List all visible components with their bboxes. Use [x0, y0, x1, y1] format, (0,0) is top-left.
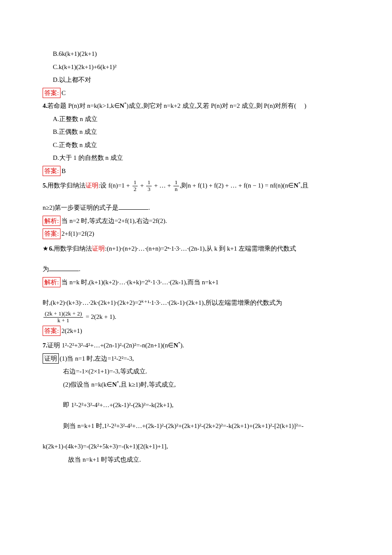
- q5-stem-line2: n≥2)第一步要证明的式子是.: [43, 202, 349, 214]
- q3-option-b: B.6k(k+1)(2k+1): [43, 48, 349, 60]
- q7-proof-2b: 即 1²-2²+3²-4²+…+(2k-1)²-(2k)²=-k(2k+1),: [43, 399, 349, 411]
- q4-option-a: A.正整数 n 成立: [43, 113, 349, 125]
- q4-answer-line: 答案:B: [43, 165, 349, 177]
- q5-stem: 5.用数学归纳法证明:设 f(n)=1 + 12 + 13 + … + 1n,则…: [43, 178, 349, 193]
- q7-proof-2e: 故当 n=k+1 时等式也成立.: [43, 454, 349, 466]
- q4-option-b: B.正偶数 n 成立: [43, 126, 349, 138]
- q6-stem-line2: 为.: [43, 263, 349, 275]
- answer-label-box: 答案:: [43, 326, 61, 336]
- blank-fill: [118, 203, 148, 210]
- q4-option-c: C.正奇数 n 成立: [43, 139, 349, 151]
- proof-label-box: 证明: [43, 353, 59, 364]
- explain-label-box: 解析:: [43, 216, 61, 226]
- q7-proof-2a: (2)假设当 n=k(k∈N*,且 k≥1)时,等式成立,: [43, 379, 349, 391]
- explain-label-box: 解析:: [43, 277, 61, 288]
- q7-proof-1b: 右边=-1×(2×1+1)=-3,等式成立.: [43, 365, 349, 378]
- q4-option-d: D.大于 1 的自然数 n 成立: [43, 152, 349, 164]
- blank-fill: [49, 265, 79, 271]
- q5-explain: 解析:当 n=2 时,等式左边=2+f(1),右边=2f(2).: [43, 215, 349, 227]
- q3-answer-line: 答案:C: [43, 87, 349, 99]
- q5-answer: 2+f(1)=2f(2): [61, 230, 94, 237]
- q7-number: 7.: [43, 342, 47, 349]
- answer-label-box: 答案:: [43, 228, 61, 239]
- star-icon: ★: [43, 245, 48, 252]
- q6-stem: ★6.用数学归纳法证明:(n+1)·(n+2)·…·(n+n)=2ⁿ·1·3·……: [43, 243, 349, 255]
- q4-number: 4.: [43, 102, 47, 109]
- q3-answer: C: [61, 90, 66, 96]
- q5-answer-line: 答案:2+f(1)=2f(2): [43, 228, 349, 240]
- q4-answer: B: [61, 168, 66, 174]
- q7-proof-1a: 证明(1)当 n=1 时,左边=1²-2²=-3,: [43, 353, 349, 365]
- q6-explain1: 解析:当 n=k 时,(k+1)(k+2)·…·(k+k)=2ᵏ·1·3·…·(…: [43, 276, 349, 289]
- q3-option-c: C.k(k+1)(2k+1)+6(k+1)²: [43, 61, 349, 73]
- answer-label-box: 答案:: [43, 166, 61, 176]
- q7-proof-2c: 则当 n=k+1 时,1²-2²+3²-4²+…+(2k-1)²-(2k)²+(…: [43, 420, 349, 432]
- q5-number: 5.: [43, 182, 47, 189]
- q6-explain3: (2k + 1)(2k + 2)k + 1 = 2(2k + 1).: [43, 310, 349, 324]
- q6-answer: 2(2k+1): [61, 327, 82, 334]
- q7-stem: 7.证明 1²-2²+3²-4²+…+(2n-1)²-(2n)²=-n(2n+1…: [43, 339, 349, 352]
- q3-option-d: D.以上都不对: [43, 74, 349, 86]
- q4-stem: 4.若命题 P(n)对 n=k(k>1,k∈N*)成立,则它对 n=k+2 成立…: [43, 100, 349, 112]
- q6-number: 6.: [49, 245, 54, 252]
- q6-explain2: 时,(k+2)·(k+3)·…·2k·(2k+1)·(2k+2)=2ᵏ⁺¹·1·…: [43, 297, 349, 309]
- answer-label-box: 答案:: [43, 88, 61, 98]
- q7-proof-2d: k(2k+1)-(4k+3)=-(2k²+5k+3)=-(k+1)[2(k+1)…: [43, 440, 349, 453]
- q6-answer-line: 答案:2(2k+1): [43, 325, 349, 337]
